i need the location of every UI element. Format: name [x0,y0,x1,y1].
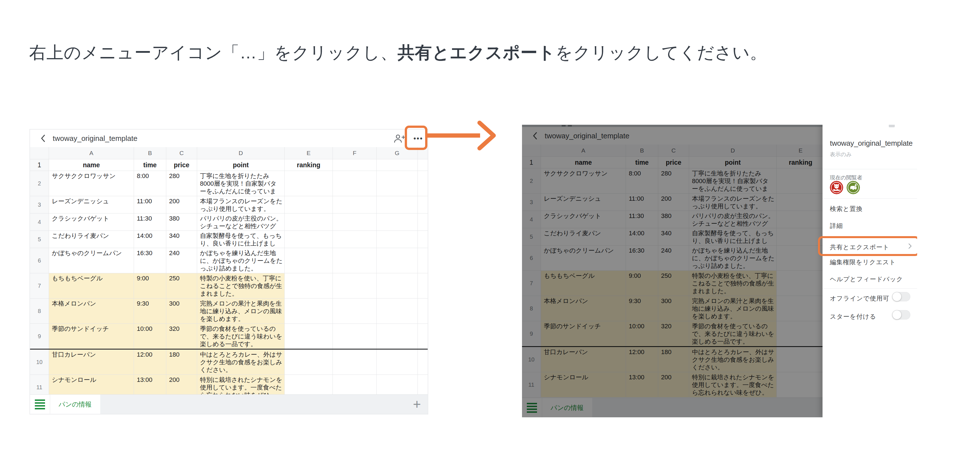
row-number[interactable]: 2 [30,171,49,196]
cell-ranking[interactable] [285,350,333,374]
field-header-cell[interactable]: point [197,159,285,171]
cell-price[interactable]: 320 [166,324,197,349]
cell-ranking[interactable] [285,299,333,323]
column-header-B[interactable]: B [134,147,166,159]
field-header-cell[interactable]: time [134,159,166,171]
row-number[interactable]: 10 [30,350,49,374]
cell[interactable] [377,324,418,349]
cell-price[interactable]: 250 [166,273,197,298]
menu-item-find-replace[interactable]: 検索と置換 [830,205,863,213]
cell-name[interactable]: 本格メロンパン [49,299,134,323]
cell-time[interactable]: 14:00 [134,231,166,248]
offline-toggle[interactable] [892,292,910,301]
cell[interactable] [377,273,418,298]
cell-point[interactable]: 特製の小麦粉を使い、丁寧にこねることで独特の食感が生まれました。 [197,273,285,298]
cell-name[interactable]: サクサククロワッサン [49,171,134,196]
row-number[interactable]: 3 [30,196,49,213]
cell[interactable] [333,171,377,196]
back-button[interactable] [37,133,49,144]
cell-name[interactable]: 甘口カレーパン [49,350,134,374]
cell-point[interactable]: 丁寧に生地を折りたたみ8000層を実現！自家製バターをふんだんに使っています。 [197,171,285,196]
cell-price[interactable]: 380 [166,214,197,230]
cell[interactable] [377,171,418,196]
cell[interactable] [333,214,377,230]
cell-point[interactable]: 季節の食材を使っているので、来るたびに違う味わいを楽しめる一品です。 [197,324,285,349]
column-header-F[interactable]: F [333,147,377,159]
cell-point[interactable]: 本場フランスのレーズンをたっぷり使用しています。 [197,196,285,213]
cell-time[interactable]: 16:30 [134,248,166,273]
cell[interactable] [333,324,377,349]
cell[interactable] [333,248,377,273]
cell-price[interactable]: 180 [166,350,197,374]
cell-name[interactable]: かぼちゃのクリームパン [49,248,134,273]
menu-item-share-export[interactable]: 共有とエクスポート [830,243,889,251]
cell[interactable] [377,350,418,374]
column-header-A[interactable]: A [49,147,134,159]
cell-time[interactable]: 11:00 [134,196,166,213]
cell-ranking[interactable] [285,231,333,248]
table-row: 7もちもちベーグル9:00250特製の小麦粉を使い、丁寧にこねることで独特の食感… [30,273,428,299]
cell[interactable] [377,231,418,248]
cell[interactable] [333,196,377,213]
menu-item-details[interactable]: 詳細 [830,222,843,230]
column-header-C[interactable]: C [166,147,197,159]
cell-point[interactable]: 中はとろとろカレー、外はサクサク生地の食感をお楽しみください。 [197,350,285,374]
cell-ranking[interactable] [285,196,333,213]
row-number[interactable]: 7 [30,273,49,298]
cell-point[interactable]: パリパリの皮が主役のパン。シチューなどと相性バツグン。 [197,214,285,230]
cell-time[interactable]: 11:30 [134,214,166,230]
row-number[interactable]: 8 [30,299,49,323]
cell-price[interactable]: 200 [166,196,197,213]
menu-item-request-edit[interactable]: 編集権限をリクエスト [830,258,896,267]
cell[interactable] [333,159,377,171]
sheet-tab[interactable]: パンの情報 [50,395,100,414]
field-header-cell[interactable]: price [166,159,197,171]
cell-time[interactable]: 9:00 [134,273,166,298]
cell-ranking[interactable] [285,324,333,349]
cell-time[interactable]: 8:00 [134,171,166,196]
row-number[interactable]: 4 [30,214,49,230]
row-number[interactable]: 6 [30,248,49,273]
person-add-icon [393,134,405,143]
cell-price[interactable]: 280 [166,171,197,196]
cell-name[interactable]: レーズンデニッシュ [49,196,134,213]
cell[interactable] [377,159,418,171]
cell[interactable] [377,299,418,323]
cell-name[interactable]: クラシックバゲット [49,214,134,230]
cell-ranking[interactable] [285,214,333,230]
cell[interactable] [333,231,377,248]
row-number[interactable]: 5 [30,231,49,248]
cell-price[interactable]: 340 [166,231,197,248]
cell-point[interactable]: かぼちゃを練り込んだ生地に、かぼちゃのクリームをたっぷり詰めました。 [197,248,285,273]
cell[interactable] [377,248,418,273]
cell-point[interactable]: 自家製酵母を使って、もっちり、良い香りに仕上げました。 [197,231,285,248]
cell-time[interactable]: 12:00 [134,350,166,374]
menu-item-help-feedback[interactable]: ヘルプとフィードバック [830,275,903,283]
corner-cell[interactable] [30,147,49,159]
cell[interactable] [377,214,418,230]
field-header-cell[interactable]: name [49,159,134,171]
column-header-E[interactable]: E [285,147,333,159]
cell-name[interactable]: もちもちベーグル [49,273,134,298]
cell[interactable] [333,273,377,298]
cell-point[interactable]: 完熟メロンの果汁と果肉を生地に練り込み、メロンの風味を楽しめます。 [197,299,285,323]
column-header-D[interactable]: D [197,147,285,159]
cell[interactable] [333,350,377,374]
cell[interactable] [377,196,418,213]
cell-name[interactable]: 季節のサンドイッチ [49,324,134,349]
cell[interactable] [333,299,377,323]
cell-ranking[interactable] [285,248,333,273]
field-header-cell[interactable]: ranking [285,159,333,171]
cell-time[interactable]: 10:00 [134,324,166,349]
cell-time[interactable]: 9:30 [134,299,166,323]
row-number[interactable]: 1 [30,159,49,171]
cell-price[interactable]: 240 [166,248,197,273]
cell-price[interactable]: 300 [166,299,197,323]
row-number[interactable]: 9 [30,324,49,349]
add-sheet-button[interactable]: + [413,398,421,411]
cell-ranking[interactable] [285,273,333,298]
star-toggle[interactable] [892,310,910,320]
cell-ranking[interactable] [285,171,333,196]
sheets-menu-button[interactable] [30,395,50,414]
cell-name[interactable]: こだわりライ麦パン [49,231,134,248]
